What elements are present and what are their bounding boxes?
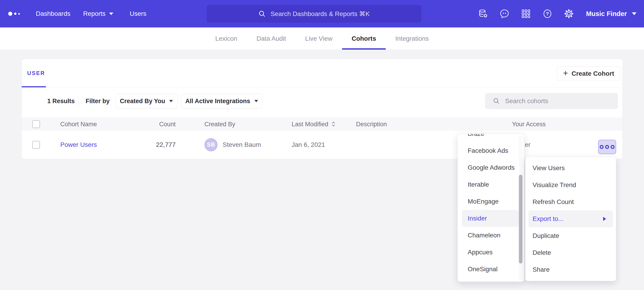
tab-integrations[interactable]: Integrations: [386, 28, 438, 50]
create-cohort-label: Create Cohort: [572, 70, 614, 77]
last-modified-value: Jan 6, 2021: [292, 141, 325, 149]
menu-item-share[interactable]: Share: [528, 261, 613, 278]
integrations-filter-label: All Active Integrations: [185, 98, 250, 105]
more-options-icon: [600, 145, 604, 149]
tab-live-view[interactable]: Live View: [296, 28, 342, 50]
scrollbar-thumb[interactable]: [519, 175, 522, 263]
tab-data-audit[interactable]: Data Audit: [247, 28, 296, 50]
created-by-filter-label: Created By You: [120, 98, 165, 105]
menu-item-visualize-trend[interactable]: Visualize Trend: [528, 177, 613, 194]
menu-item-chameleon[interactable]: Chameleon: [462, 227, 519, 244]
submenu-arrow-icon: [603, 217, 606, 221]
column-last-modified[interactable]: Last Modified: [292, 120, 336, 128]
cohort-search-placeholder: Search cohorts: [505, 97, 548, 105]
data-management-tabs: Lexicon Data Audit Live View Cohorts Int…: [0, 28, 644, 50]
menu-item-export-to[interactable]: Export to...: [528, 210, 613, 227]
user-tab-underline: [22, 86, 46, 87]
export-submenu: Braze Facebook Ads Google Adwords Iterab…: [458, 134, 524, 282]
caret-down-icon: [254, 100, 258, 102]
cohorts-card: USER + Create Cohort 1 Results Filter by…: [22, 59, 623, 159]
cohort-name-link[interactable]: Power Users: [60, 141, 97, 149]
menu-item-onesignal[interactable]: OneSignal: [462, 261, 519, 278]
cohorts-page: Dashboards Reports Users Search Dashboar…: [0, 0, 644, 290]
tab-lexicon[interactable]: Lexicon: [206, 28, 247, 50]
created-by-name: Steven Baum: [223, 141, 261, 149]
create-cohort-button[interactable]: + Create Cohort: [557, 67, 620, 80]
column-your-access: Your Access: [512, 120, 546, 128]
more-options-icon: [611, 145, 614, 149]
menu-item-moengage[interactable]: MoEngage: [462, 193, 519, 210]
sort-icon: [331, 121, 336, 127]
row-checkbox[interactable]: [32, 141, 40, 149]
topnav-right-group: ? M: [472, 0, 636, 28]
apps-grid-icon[interactable]: [515, 0, 537, 28]
caret-down-icon: [109, 13, 113, 15]
menu-item-google-adwords[interactable]: Google Adwords: [462, 159, 519, 176]
svg-text:?: ?: [546, 11, 549, 16]
tab-user-cohorts[interactable]: USER: [27, 70, 45, 76]
cohort-count: 22,777: [131, 141, 176, 149]
column-created-by: Created By: [204, 120, 235, 128]
plus-icon: +: [563, 69, 568, 77]
menu-item-facebook-ads[interactable]: Facebook Ads: [462, 142, 519, 159]
scrollbar-track: [519, 135, 522, 280]
nav-dashboards[interactable]: Dashboards: [36, 0, 70, 28]
project-caret-icon: [632, 12, 636, 15]
menu-item-insider[interactable]: Insider: [462, 210, 519, 227]
global-search-input[interactable]: Search Dashboards & Reports ⌘K: [207, 5, 421, 23]
filter-row: 1 Results Filter by Created By You All A…: [22, 93, 622, 109]
menu-item-refresh-count[interactable]: Refresh Count: [528, 194, 613, 210]
menu-item-delete[interactable]: Delete: [528, 244, 613, 261]
integrations-filter-dropdown[interactable]: All Active Integrations: [181, 94, 262, 108]
avatar: SB: [204, 138, 218, 152]
data-management-icon[interactable]: [472, 0, 494, 28]
global-search-placeholder: Search Dashboards & Reports ⌘K: [270, 10, 370, 18]
project-name: Music Finder: [586, 10, 627, 18]
search-icon: [258, 10, 266, 18]
results-count: 1 Results: [47, 98, 75, 105]
divider: [78, 94, 78, 108]
logo-dot: [8, 12, 12, 16]
settings-gear-icon[interactable]: [558, 0, 580, 28]
column-cohort-name: Cohort Name: [60, 120, 97, 128]
help-icon[interactable]: ?: [537, 0, 558, 28]
menu-item-view-users[interactable]: View Users: [528, 160, 613, 177]
caret-down-icon: [169, 100, 173, 102]
filter-by-label: Filter by: [86, 98, 110, 105]
menu-item-appcues[interactable]: Appcues: [462, 244, 519, 261]
cohort-search-input[interactable]: Search cohorts: [485, 93, 618, 109]
more-options-icon: [605, 145, 609, 149]
table-row: Power Users 22,777 SB Steven Baum Jan 6,…: [22, 130, 622, 159]
menu-item-iterable[interactable]: Iterable: [462, 176, 519, 193]
logo-dots-icon[interactable]: [8, 0, 20, 28]
nav-reports[interactable]: Reports: [83, 0, 113, 28]
export-to-label: Export to...: [532, 215, 564, 223]
select-all-checkbox[interactable]: [32, 120, 40, 128]
card-header: USER + Create Cohort: [22, 59, 622, 87]
your-access-value-fragment: er: [525, 141, 530, 149]
table-header: Cohort Name Count Created By Last Modifi…: [22, 117, 622, 130]
menu-item-braze[interactable]: Braze: [462, 134, 519, 142]
top-navbar: Dashboards Reports Users Search Dashboar…: [0, 0, 644, 28]
export-submenu-list: Braze Facebook Ads Google Adwords Iterab…: [458, 134, 524, 278]
created-by-filter-dropdown[interactable]: Created By You: [115, 94, 178, 108]
column-last-modified-label: Last Modified: [292, 120, 328, 128]
feedback-icon[interactable]: [494, 0, 515, 28]
column-description: Description: [356, 120, 387, 128]
row-context-menu: View Users Visualize Trend Refresh Count…: [525, 157, 616, 281]
search-icon: [493, 97, 500, 105]
project-switcher[interactable]: Music Finder: [586, 10, 636, 18]
menu-item-duplicate[interactable]: Duplicate: [528, 227, 613, 244]
logo-dot: [14, 13, 16, 15]
tab-cohorts[interactable]: Cohorts: [342, 28, 386, 50]
nav-reports-label: Reports: [83, 10, 106, 17]
logo-dot: [18, 13, 20, 15]
nav-users[interactable]: Users: [130, 0, 146, 28]
more-options-button[interactable]: [598, 140, 616, 154]
column-count: Count: [131, 120, 176, 128]
row-context-menu-list: View Users Visualize Trend Refresh Count…: [526, 160, 616, 278]
